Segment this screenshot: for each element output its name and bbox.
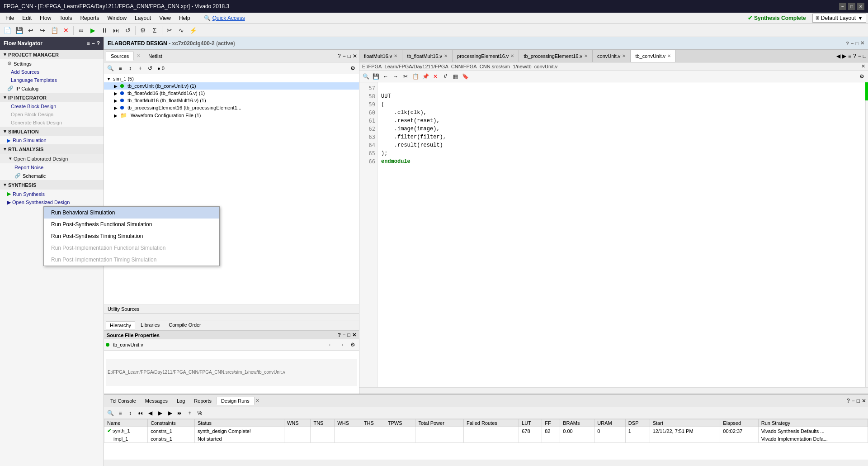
settings-button[interactable]: ⚙ [137, 25, 148, 36]
tab-processingelement16v[interactable]: processingElement16.v ✕ [453, 50, 519, 62]
nav-section-rtl-analysis[interactable]: ▾ RTL ANALYSIS [0, 144, 104, 154]
nav-language-templates[interactable]: Language Templates [0, 76, 104, 84]
bot-prev-btn[interactable]: ◀ [146, 409, 155, 418]
bot-percent-btn[interactable]: % [195, 409, 204, 418]
ed-delete-btn[interactable]: ✕ [431, 72, 440, 81]
tab-tb-floatmult16-close[interactable]: ✕ [444, 53, 448, 58]
menu-layout[interactable]: Layout [131, 14, 155, 22]
sources-close-icon[interactable]: ✕ [135, 53, 142, 59]
tab-messages[interactable]: Messages [141, 397, 172, 404]
tab-hierarchy[interactable]: Hierarchy [106, 321, 135, 329]
flow-nav-collapse[interactable]: ≡ [87, 40, 90, 47]
run-all-button[interactable]: ∞ [75, 25, 86, 36]
pause-button[interactable]: ⏸ [99, 25, 110, 36]
tree-waveform[interactable]: ▶ 📁 Waveform Configuration File (1) [104, 111, 359, 119]
bot-play-btn[interactable]: ▶ [156, 409, 165, 418]
tab-help-btn[interactable]: ? [853, 53, 856, 59]
sum-button[interactable]: Σ [149, 25, 160, 36]
ed-block-btn[interactable]: ▦ [451, 72, 460, 81]
table-row-impl1[interactable]: impl_1 constrs_1 Not started [104, 435, 868, 443]
src-settings-btn[interactable]: ⚙ [348, 64, 357, 73]
nav-report-noise[interactable]: Report Noise [0, 163, 104, 171]
menu-tools[interactable]: Tools [56, 14, 75, 22]
ed-comment-btn[interactable]: // [441, 72, 450, 81]
nav-ip-catalog[interactable]: 🔗 IP Catalog [0, 84, 104, 93]
ed-settings-btn[interactable]: ⚙ [857, 72, 866, 81]
menu-help[interactable]: Help [175, 14, 194, 22]
elab-max-icon[interactable]: □ [855, 41, 859, 46]
save-button[interactable]: 💾 [14, 25, 24, 36]
tab-log[interactable]: Log [172, 397, 189, 404]
tab-list-btn[interactable]: ≡ [848, 53, 851, 59]
bottom-max[interactable]: □ [857, 398, 860, 404]
maximize-button[interactable]: □ [848, 3, 855, 10]
src-props-help[interactable]: ? [338, 332, 341, 338]
bot-sort-btn[interactable]: ↕ [126, 409, 135, 418]
code-content[interactable]: UUT ( .clk(clk), .reset(reset), .image(i… [377, 82, 868, 387]
tab-tcl-console[interactable]: Tcl Console [106, 397, 141, 404]
tab-floatmult16v[interactable]: floatMult16.v ✕ [359, 50, 402, 62]
tab-reports[interactable]: Reports [189, 397, 216, 404]
src-add-btn[interactable]: + [136, 64, 145, 73]
menu-file[interactable]: File [2, 14, 18, 22]
menu-view[interactable]: View [156, 14, 175, 22]
bot-first-btn[interactable]: ⏮ [136, 409, 145, 418]
nav-run-synthesis[interactable]: ▶ Run Synthesis [0, 190, 104, 198]
tab-tb-processingelement16-close[interactable]: ✕ [584, 53, 588, 58]
tree-tb-floatmult16[interactable]: ▶ tb_floatMult16 (tb_floatMult16.v) (1) [104, 97, 359, 104]
src-props-close[interactable]: ✕ [352, 332, 356, 338]
nav-settings[interactable]: ⚙ Settings [0, 59, 104, 68]
bottom-help[interactable]: ? [847, 398, 850, 404]
extra-button[interactable]: ⚡ [188, 25, 198, 36]
tree-tb-processing[interactable]: ▶ tb_processingElement16 (tb_processingE… [104, 104, 359, 111]
src-close[interactable]: ✕ [353, 53, 357, 59]
elab-help-icon[interactable]: ? [846, 41, 849, 46]
tab-convunit-close[interactable]: ✕ [622, 53, 626, 58]
tab-minimize-btn[interactable]: − [858, 53, 861, 59]
ed-bookmark-btn[interactable]: 🔖 [461, 72, 470, 81]
tab-tb-floatmult16v[interactable]: tb_floatMult16.v ✕ [402, 50, 453, 62]
step-button[interactable]: ⏭ [111, 25, 122, 36]
nav-section-ip-integrator[interactable]: ▾ IP INTEGRATOR [0, 93, 104, 102]
path-bar-close[interactable]: ✕ [861, 63, 865, 69]
tab-design-runs[interactable]: Design Runs [216, 397, 255, 405]
bottom-hscrollbar[interactable] [104, 460, 868, 466]
copy-button[interactable]: 📋 [49, 25, 60, 36]
nav-add-sources[interactable]: Add Sources [0, 68, 104, 76]
bot-search-btn[interactable]: 🔍 [106, 409, 115, 418]
menu-reports[interactable]: Reports [76, 14, 103, 22]
props-back-btn[interactable]: ← [326, 340, 335, 349]
nav-create-block-design[interactable]: Create Block Design [0, 102, 104, 110]
run-button[interactable]: ▶ [87, 25, 98, 36]
tab-compile-order[interactable]: Compile Order [165, 321, 205, 329]
tab-floatmult16-close[interactable]: ✕ [394, 53, 397, 58]
tab-maximize-btn[interactable]: □ [863, 53, 866, 59]
sim-menu-post-synth-func[interactable]: Run Post-Synthesis Functional Simulation [44, 219, 219, 230]
ed-search-btn[interactable]: 🔍 [361, 72, 370, 81]
close-button[interactable]: ✕ [857, 3, 864, 10]
sim-menu-post-synth-timing[interactable]: Run Post-Synthesis Timing Simulation [44, 230, 219, 242]
nav-run-simulation[interactable]: ▶ Run Simulation [0, 136, 104, 144]
props-forward-btn[interactable]: → [337, 340, 346, 349]
nav-section-project-manager[interactable]: ▾ PROJECT MANAGER [0, 50, 104, 59]
cut-button[interactable]: ✂ [164, 25, 175, 36]
src-filter-btn[interactable]: ≡ [116, 64, 125, 73]
nav-open-synth-design[interactable]: ▶ Open Synthesized Design [0, 198, 104, 207]
src-props-max[interactable]: □ [347, 332, 350, 338]
tab-tb-convunit-close[interactable]: ✕ [667, 53, 671, 58]
tab-libraries[interactable]: Libraries [137, 321, 163, 329]
table-row-synth1[interactable]: ✔ synth_1 constrs_1 synth_design Complet… [104, 427, 868, 435]
tab-next-btn[interactable]: ▶ [842, 53, 846, 59]
wave-button[interactable]: ∿ [176, 25, 187, 36]
minimize-button[interactable]: − [839, 3, 846, 10]
menu-edit[interactable]: Edit [19, 14, 35, 22]
tab-convunit-v[interactable]: convUnit.v ✕ [593, 50, 631, 62]
tab-sources[interactable]: Sources [106, 52, 134, 61]
ed-copy-btn[interactable]: 📋 [411, 72, 420, 81]
tree-tb-convunit[interactable]: ▶ tb_convUnit (tb_convUnit.v) (1) [104, 82, 359, 90]
bot-next-btn[interactable]: ▶ [165, 409, 175, 418]
design-runs-close-icon[interactable]: ✕ [255, 398, 259, 404]
undo-button[interactable]: ↩ [25, 25, 36, 36]
src-sort-btn[interactable]: ↕ [126, 64, 135, 73]
src-maximize[interactable]: □ [348, 53, 351, 59]
